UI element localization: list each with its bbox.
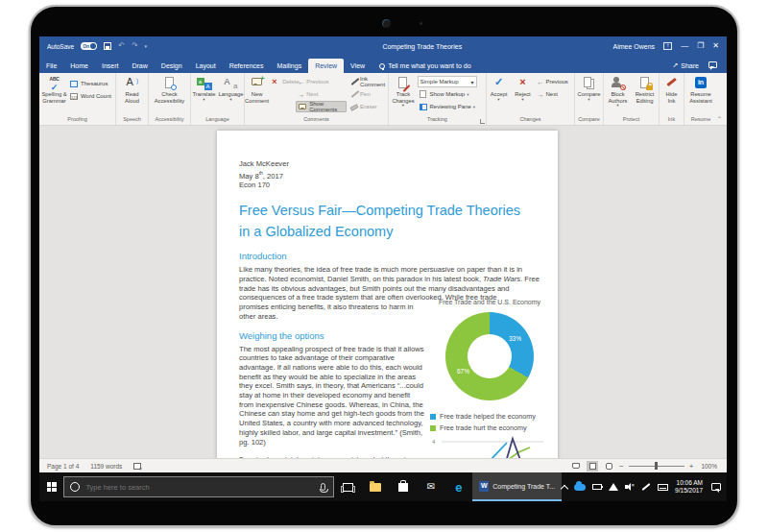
eraser-button[interactable]: Eraser [348, 101, 388, 112]
tab-design[interactable]: Design [155, 59, 189, 73]
read-mode-button[interactable] [570, 461, 582, 472]
tab-layout[interactable]: Layout [189, 59, 223, 73]
tab-references[interactable]: References [223, 59, 271, 73]
volume-muted-icon[interactable] [625, 483, 635, 491]
next-change-button[interactable]: → Next [536, 88, 574, 100]
doc-title-heading[interactable]: Free Versus Fair—Competing Trade Theorie… [239, 201, 527, 242]
block-authors-button[interactable]: Block Authors ▾ [605, 75, 631, 108]
touch-keyboard-icon[interactable] [658, 484, 668, 491]
hide-ink-button[interactable]: Hide Ink [660, 75, 684, 104]
tracking-dialog-launcher-icon[interactable] [480, 119, 485, 124]
compare-button[interactable]: Compare ▾ [576, 75, 602, 102]
start-button[interactable] [39, 472, 63, 501]
word-count-button[interactable]: 123 Word Count [68, 90, 113, 102]
show-hidden-icons-icon[interactable] [561, 484, 568, 492]
taskbar-search[interactable] [63, 476, 334, 497]
page-indicator[interactable]: Page 1 of 4 [47, 463, 79, 470]
comments-icon[interactable] [708, 61, 717, 68]
customize-qat-icon[interactable]: ▾ [145, 43, 148, 49]
pen-button[interactable]: Pen [348, 88, 388, 100]
pen-settings-icon[interactable] [642, 483, 651, 491]
restrict-editing-button[interactable]: Restrict Editing [632, 75, 658, 104]
ink-comment-button[interactable]: Ink Comment [348, 76, 388, 87]
mail-icon: ✉ [427, 482, 435, 492]
save-icon[interactable] [104, 42, 111, 50]
zoom-slider-thumb[interactable] [655, 462, 658, 470]
autosave-toggle[interactable]: On [81, 42, 97, 50]
undo-icon[interactable]: ↶ [118, 42, 125, 50]
tab-home[interactable]: Home [63, 59, 95, 73]
taskbar-clock[interactable]: 10:06 AM 9/15/2017 [675, 479, 703, 495]
zoom-in-button[interactable]: + [689, 462, 694, 471]
user-name[interactable]: Aimee Owens [613, 43, 656, 50]
close-button[interactable]: ✕ [712, 42, 719, 50]
doc-date[interactable]: May 8th, 2017 [239, 169, 541, 181]
tab-review[interactable]: Review [308, 59, 344, 73]
next-comment-button[interactable]: → Next [296, 88, 347, 100]
print-layout-button[interactable] [587, 461, 598, 472]
task-view-button[interactable] [334, 472, 362, 501]
document-page[interactable]: Jack McKeever May 8th, 2017 Econ 170 Fre… [217, 131, 558, 458]
reviewing-pane-button[interactable]: Reviewing Pane ▾ [418, 101, 485, 112]
new-comment-button[interactable]: + New Comment [245, 75, 269, 104]
edge-button[interactable]: e [444, 472, 472, 501]
print-layout-icon [589, 463, 596, 470]
language-button[interactable]: Aa Language ▾ [218, 75, 244, 102]
tab-view[interactable]: View [344, 59, 372, 73]
tab-insert[interactable]: Insert [95, 59, 126, 73]
action-center-icon[interactable] [711, 483, 721, 491]
word-count-indicator[interactable]: 1159 words [90, 463, 122, 470]
taskbar-app-word[interactable]: Competing Trade T... [472, 472, 562, 501]
doc-heading-introduction[interactable]: Introduction [239, 251, 541, 261]
delete-comment-button[interactable]: × Delete [270, 76, 295, 87]
collapse-ribbon-icon[interactable]: ⌃ [717, 115, 722, 122]
tab-file[interactable]: File [39, 59, 63, 73]
tab-draw[interactable]: Draw [125, 59, 154, 73]
minimize-button[interactable]: — [681, 42, 688, 50]
show-markup-button[interactable]: Show Markup ▾ [418, 88, 485, 100]
search-input[interactable] [85, 483, 315, 492]
translate-button[interactable]: aA Translate ▾ [191, 75, 217, 102]
zoom-slider[interactable] [629, 466, 684, 467]
microphone-icon[interactable] [321, 483, 325, 491]
check-accessibility-button[interactable]: Check Accessibility [151, 75, 189, 104]
battery-icon[interactable] [592, 484, 602, 490]
web-layout-button[interactable] [603, 461, 614, 472]
legend-item-helped: Free trade helped the economy [430, 412, 549, 421]
store-button[interactable] [390, 472, 418, 501]
read-aloud-button[interactable]: A⟩ Read Aloud [119, 75, 145, 104]
zoom-out-button[interactable]: − [619, 462, 624, 471]
store-bag-icon [398, 483, 408, 492]
spelling-grammar-button[interactable]: ABC✓ Spelling & Grammar [41, 75, 67, 104]
previous-comment-button[interactable]: ← Previous [296, 76, 347, 87]
mail-button[interactable]: ✉ [418, 472, 445, 501]
file-explorer-button[interactable] [362, 472, 390, 501]
display-for-review-dropdown[interactable]: Simple Markup ▾ [418, 76, 477, 87]
doc-paragraph-intro[interactable]: Like many theories, the idea of free tra… [239, 265, 540, 302]
doc-author[interactable]: Jack McKeever [239, 159, 541, 169]
tell-me-box[interactable]: Tell me what you want to do [372, 59, 478, 73]
delete-icon: × [272, 78, 280, 86]
donut-label-green: 67% [457, 368, 469, 375]
ribbon-group-ink: Hide Ink Ink [660, 73, 684, 125]
redo-icon[interactable]: ↷ [132, 42, 138, 50]
chart-object[interactable]: Free Trade and the U.S. Economy 33% 67% … [430, 299, 549, 458]
onedrive-icon[interactable] [574, 484, 586, 491]
show-comments-button[interactable]: Show Comments [296, 101, 347, 112]
network-icon[interactable] [609, 483, 618, 491]
reject-button[interactable]: × Reject ▾ [512, 75, 535, 102]
track-changes-button[interactable]: Track Changes ▾ [391, 75, 417, 108]
doc-paragraph-options[interactable]: The most appealing prospect of free trad… [239, 345, 425, 447]
share-button[interactable]: ↗ Share [664, 58, 707, 73]
proofing-status-icon[interactable] [133, 463, 141, 470]
tab-mailings[interactable]: Mailings [270, 59, 308, 73]
zoom-level[interactable]: 100% [701, 463, 717, 470]
thesaurus-button[interactable]: Thesaurus [68, 78, 113, 89]
doc-paragraph-intro-wrap[interactable]: promises enticing benefits, it also thre… [239, 302, 425, 321]
previous-change-button[interactable]: ← Previous [536, 76, 574, 87]
accept-button[interactable]: ✓ Accept ▾ [488, 75, 511, 102]
restore-button[interactable]: ❐ [697, 42, 704, 50]
ribbon-display-options-icon[interactable] [663, 42, 672, 50]
doc-course[interactable]: Econ 170 [239, 181, 541, 190]
resume-assistant-button[interactable]: in Resume Assistant [688, 75, 714, 104]
